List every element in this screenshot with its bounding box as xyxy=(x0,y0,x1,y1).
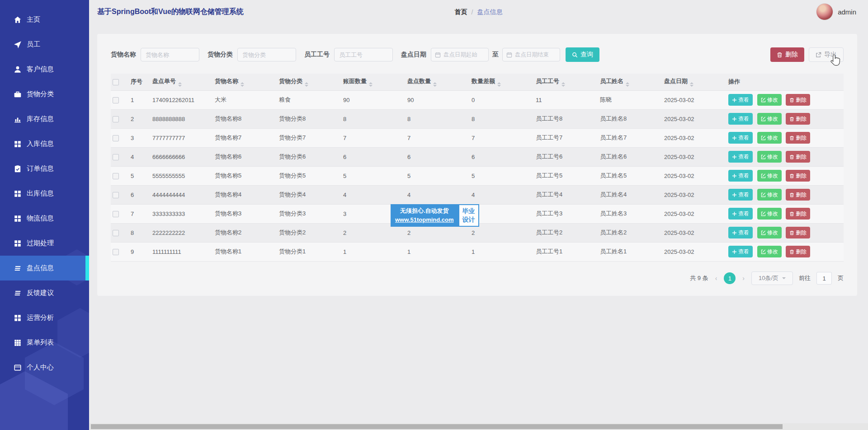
column-header[interactable]: 数量差额 xyxy=(470,74,534,90)
user-name: admin xyxy=(838,8,856,16)
sort-carets-icon[interactable] xyxy=(241,82,244,87)
cell-book-qty: 7 xyxy=(341,128,406,147)
sidebar-item-home[interactable]: 主页 xyxy=(0,7,89,32)
delete-button[interactable]: 删除 xyxy=(786,208,810,220)
goto-page-input[interactable] xyxy=(816,272,832,285)
row-checkbox[interactable] xyxy=(113,173,119,179)
sidebar-item-stocktake-info[interactable]: 盘点信息 xyxy=(0,256,89,280)
column-header[interactable]: 盘点日期 xyxy=(662,74,726,90)
search-button[interactable]: 查询 xyxy=(566,47,599,62)
delete-button[interactable]: 删除 xyxy=(786,189,810,201)
edit-button[interactable]: 修改 xyxy=(757,227,782,238)
sidebar-item-personal-center[interactable]: 个人中心 xyxy=(0,355,89,380)
column-header[interactable]: 盘点数量 xyxy=(406,74,470,90)
view-button[interactable]: 查看 xyxy=(728,170,753,182)
column-header[interactable]: 账面数量 xyxy=(341,74,406,90)
sort-carets-icon[interactable] xyxy=(690,82,693,87)
edit-button[interactable]: 修改 xyxy=(757,113,782,125)
sidebar-item-operation-analysis[interactable]: 运营分析 xyxy=(0,305,89,330)
page-number-button[interactable]: 1 xyxy=(724,272,736,284)
goods-category-input[interactable] xyxy=(237,48,296,61)
scrollbar-thumb[interactable] xyxy=(91,424,783,429)
edit-button[interactable]: 修改 xyxy=(757,189,782,201)
edit-button[interactable]: 修改 xyxy=(757,94,782,106)
row-checkbox[interactable] xyxy=(113,154,119,160)
plus-icon xyxy=(732,249,737,254)
sort-carets-icon[interactable] xyxy=(178,82,182,87)
sidebar-item-inbound-info[interactable]: 入库信息 xyxy=(0,131,89,156)
sort-carets-icon[interactable] xyxy=(497,82,501,87)
row-checkbox[interactable] xyxy=(113,135,119,141)
page-size-select[interactable]: 10条/页 xyxy=(751,271,793,285)
column-header[interactable]: 员工姓名 xyxy=(598,74,662,90)
date-start-picker[interactable] xyxy=(431,48,489,61)
select-all-checkbox[interactable] xyxy=(113,79,119,85)
view-button[interactable]: 查看 xyxy=(728,227,753,238)
view-button[interactable]: 查看 xyxy=(728,208,753,220)
sort-carets-icon[interactable] xyxy=(305,82,308,87)
column-header[interactable]: 盘点单号 xyxy=(151,74,213,90)
date-start-input[interactable] xyxy=(443,51,485,58)
delete-button[interactable]: 删除 xyxy=(786,151,810,163)
row-checkbox[interactable] xyxy=(113,211,119,217)
view-button[interactable]: 查看 xyxy=(728,189,753,201)
date-end-input[interactable] xyxy=(515,51,556,58)
edit-button[interactable]: 修改 xyxy=(757,132,782,144)
row-checkbox[interactable] xyxy=(113,116,119,122)
sidebar-item-expired-handle[interactable]: 过期处理 xyxy=(0,231,89,256)
export-button[interactable]: 导出 xyxy=(809,47,844,62)
row-checkbox[interactable] xyxy=(113,249,119,255)
goods-name-input[interactable] xyxy=(141,48,199,61)
sidebar-item-goods-category[interactable]: 货物分类 xyxy=(0,82,89,107)
prev-page-button[interactable]: ‹ xyxy=(714,275,718,282)
sidebar-item-feedback[interactable]: 反馈建议 xyxy=(0,280,89,305)
delete-button[interactable]: 删除 xyxy=(786,94,810,106)
row-checkbox[interactable] xyxy=(113,192,119,198)
edit-button[interactable]: 修改 xyxy=(757,208,782,220)
sort-carets-icon[interactable] xyxy=(433,82,437,87)
edit-icon xyxy=(761,117,766,122)
cell-goods-category: 货物分类4 xyxy=(277,185,341,204)
sort-carets-icon[interactable] xyxy=(369,82,373,87)
employee-no-input[interactable] xyxy=(334,48,393,61)
row-checkbox[interactable] xyxy=(113,230,119,236)
date-end-picker[interactable] xyxy=(502,48,560,61)
view-button[interactable]: 查看 xyxy=(728,94,753,106)
column-header[interactable]: 员工工号 xyxy=(534,74,598,90)
delete-button[interactable]: 删除 xyxy=(786,170,810,182)
edit-button[interactable]: 修改 xyxy=(757,170,782,182)
breadcrumb-current[interactable]: 盘点信息 xyxy=(477,8,502,16)
edit-button[interactable]: 修改 xyxy=(757,246,782,257)
user-menu[interactable]: admin xyxy=(816,3,856,20)
sort-carets-icon[interactable] xyxy=(626,82,629,87)
avatar[interactable] xyxy=(816,3,833,20)
goods-name-label: 货物名称 xyxy=(111,51,136,59)
view-button[interactable]: 查看 xyxy=(728,151,753,163)
cell-qty-diff: 6 xyxy=(470,147,534,166)
view-button[interactable]: 查看 xyxy=(728,246,753,257)
next-page-button[interactable]: › xyxy=(741,275,745,282)
delete-button[interactable]: 删除 xyxy=(786,246,810,257)
sidebar-item-staff[interactable]: 员工 xyxy=(0,32,89,57)
sidebar-item-customer-info[interactable]: 客户信息 xyxy=(0,57,89,82)
sidebar-item-menu-list[interactable]: 菜单列表 xyxy=(0,330,89,355)
goto-label: 前往 xyxy=(799,274,811,282)
row-checkbox[interactable] xyxy=(113,97,119,103)
sidebar-item-logistics-info[interactable]: 物流信息 xyxy=(0,206,89,231)
sidebar-item-inventory-info[interactable]: 库存信息 xyxy=(0,107,89,131)
table-row: 3 7777777777 货物名称7 货物分类7 7 7 7 员工工号7 员工姓… xyxy=(111,128,844,147)
sidebar-item-outbound-info[interactable]: 出库信息 xyxy=(0,181,89,206)
edit-button[interactable]: 修改 xyxy=(757,151,782,163)
delete-button[interactable]: 删除 xyxy=(786,113,810,125)
cell-goods-name: 货物名称4 xyxy=(213,185,277,204)
view-button[interactable]: 查看 xyxy=(728,113,753,125)
view-button[interactable]: 查看 xyxy=(728,132,753,144)
sort-carets-icon[interactable] xyxy=(561,82,565,87)
delete-button[interactable]: 删除 xyxy=(786,132,810,144)
breadcrumb-home[interactable]: 首页 xyxy=(455,8,467,16)
column-header[interactable]: 货物名称 xyxy=(213,74,277,90)
column-header[interactable]: 货物分类 xyxy=(277,74,341,90)
delete-button[interactable]: 删除 xyxy=(786,227,810,238)
sidebar-item-order-info[interactable]: 订单信息 xyxy=(0,156,89,181)
bulk-delete-button[interactable]: 删除 xyxy=(770,47,804,62)
